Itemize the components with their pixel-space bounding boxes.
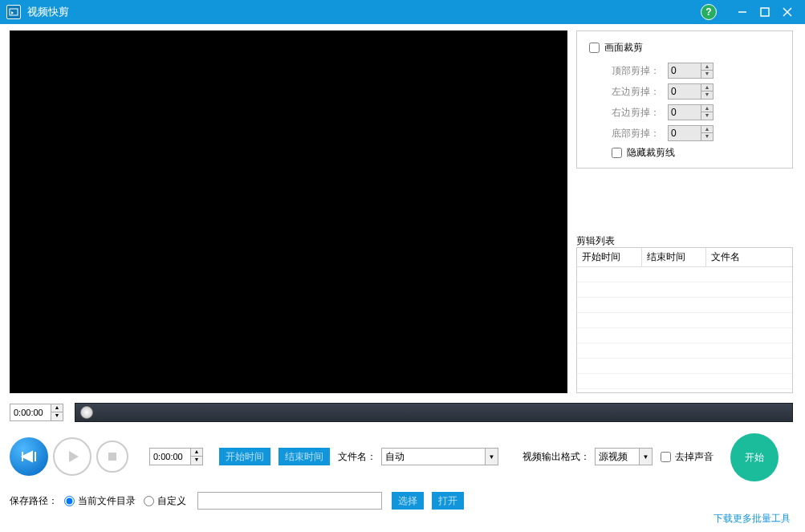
crop-title-label: 画面裁剪 <box>604 41 643 55</box>
set-start-time-button[interactable]: 开始时间 <box>219 448 270 465</box>
app-title: 视频快剪 <box>27 5 701 19</box>
table-row[interactable] <box>577 328 792 343</box>
crop-top-input[interactable] <box>668 63 701 79</box>
crop-enable-checkbox[interactable] <box>589 43 600 53</box>
timeline-row: ▲▼ <box>10 401 793 424</box>
save-custom-radio[interactable] <box>144 496 154 506</box>
table-row[interactable] <box>577 267 792 282</box>
crop-bottom-input[interactable] <box>668 125 701 141</box>
filename-input[interactable] <box>381 448 486 465</box>
controls-row: ▲▼ 开始时间 结束时间 文件名： ▼ 视频输出格式： ▼ 去掉声音 开始 <box>10 433 793 480</box>
save-custom-path-input[interactable] <box>197 492 382 510</box>
save-current-dir-label: 当前文件目录 <box>78 494 136 508</box>
edit-list-label: 剪辑列表 <box>576 234 615 248</box>
crop-bottom-spinner[interactable]: ▲▼ <box>701 125 714 141</box>
crop-right-spinner[interactable]: ▲▼ <box>701 104 714 120</box>
save-current-dir-radio[interactable] <box>64 496 75 506</box>
filename-dropdown-button[interactable]: ▼ <box>486 448 498 465</box>
save-custom-label: 自定义 <box>157 494 186 508</box>
table-row[interactable] <box>577 359 792 374</box>
download-more-tools-link[interactable]: 下载更多批量工具 <box>714 512 791 526</box>
crop-bottom-label: 底部剪掉： <box>612 127 668 140</box>
output-format-dropdown-button[interactable]: ▼ <box>640 448 653 465</box>
titlebar: 视频快剪 ? <box>0 0 805 24</box>
col-end[interactable]: 结束时间 <box>641 248 705 267</box>
crop-left-input[interactable] <box>668 83 701 99</box>
hide-crop-lines-label: 隐藏裁剪线 <box>627 146 675 160</box>
help-button[interactable]: ? <box>701 4 717 20</box>
table-row[interactable] <box>577 374 792 389</box>
col-file[interactable]: 文件名 <box>705 248 792 267</box>
start-button[interactable]: 开始 <box>730 433 779 481</box>
filename-label: 文件名： <box>338 450 376 464</box>
app-icon <box>6 5 21 19</box>
control-time-input[interactable] <box>149 448 191 465</box>
crop-left-label: 左边剪掉： <box>612 85 668 99</box>
save-row: 保存路径： 当前文件目录 自定义 选择 打开 <box>10 489 793 512</box>
timeline-slider[interactable] <box>75 403 793 422</box>
table-header-row: 开始时间 结束时间 文件名 <box>577 248 792 267</box>
crop-panel: 画面裁剪 顶部剪掉： ▲▼ 左边剪掉： ▲▼ 右边剪掉： ▲▼ 底部剪掉： <box>576 30 793 169</box>
control-time-spinner[interactable]: ▲▼ <box>191 448 203 465</box>
table-row[interactable] <box>577 313 792 328</box>
crop-top-spinner[interactable]: ▲▼ <box>701 63 714 79</box>
svg-rect-5 <box>108 453 116 461</box>
table-row[interactable] <box>577 282 792 298</box>
open-path-button[interactable]: 打开 <box>432 492 464 510</box>
video-preview[interactable] <box>10 30 567 393</box>
mute-label: 去掉声音 <box>675 450 714 464</box>
select-path-button[interactable]: 选择 <box>392 492 424 510</box>
crop-right-input[interactable] <box>668 104 701 120</box>
crop-right-label: 右边剪掉： <box>612 106 668 120</box>
output-format-label: 视频输出格式： <box>522 450 590 464</box>
output-format-input[interactable] <box>595 448 640 465</box>
maximize-button[interactable] <box>754 0 776 24</box>
set-end-time-button[interactable]: 结束时间 <box>278 448 330 465</box>
save-path-label: 保存路径： <box>10 494 58 508</box>
timeline-thumb[interactable] <box>80 406 93 419</box>
svg-rect-0 <box>10 9 18 15</box>
range-button[interactable] <box>10 437 48 476</box>
table-row[interactable] <box>577 298 792 313</box>
close-button[interactable] <box>776 0 799 24</box>
play-button[interactable] <box>53 437 91 476</box>
crop-left-spinner[interactable]: ▲▼ <box>701 83 714 99</box>
edit-list[interactable]: 开始时间 结束时间 文件名 <box>576 247 793 393</box>
svg-rect-2 <box>761 8 769 16</box>
stop-button[interactable] <box>96 441 128 473</box>
timeline-time-spinner[interactable]: ▲▼ <box>51 404 63 421</box>
table-row[interactable] <box>577 343 792 359</box>
col-start[interactable]: 开始时间 <box>577 248 641 267</box>
crop-top-label: 顶部剪掉： <box>612 64 668 78</box>
hide-crop-lines-checkbox[interactable] <box>612 148 622 158</box>
timeline-time-input[interactable] <box>10 404 51 421</box>
mute-checkbox[interactable] <box>661 452 671 462</box>
minimize-button[interactable] <box>731 0 754 24</box>
